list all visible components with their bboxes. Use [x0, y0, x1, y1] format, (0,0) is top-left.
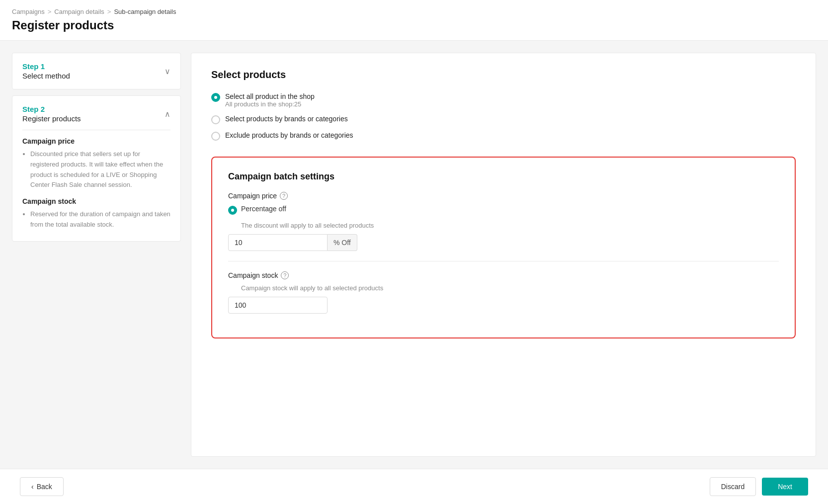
- radio-all-sub: All products in the shop:25: [225, 100, 315, 108]
- radio-all-circle: [211, 93, 220, 102]
- step1-number: Step 1: [22, 62, 70, 71]
- back-button[interactable]: ‹ Back: [20, 477, 64, 496]
- radio-exclude-circle: [211, 132, 220, 141]
- breadcrumb: Campaigns > Campaign details > Sub-campa…: [12, 8, 816, 15]
- breadcrumb-campaigns[interactable]: Campaigns: [12, 8, 45, 15]
- select-products-title: Select products: [211, 69, 796, 81]
- discard-button[interactable]: Discard: [710, 477, 756, 496]
- campaign-price-desc: Discounted price that sellers set up for…: [30, 149, 170, 190]
- radio-exclude-text: Exclude products by brands or categories: [225, 131, 353, 139]
- radio-percentage[interactable]: Percentage off: [228, 205, 779, 215]
- radio-all-products[interactable]: Select all product in the shop All produ…: [211, 92, 796, 108]
- page-title: Register products: [12, 18, 816, 32]
- next-button[interactable]: Next: [762, 478, 808, 496]
- batch-settings-box: Campaign batch settings Campaign price ?…: [211, 157, 796, 338]
- stock-input-row: [228, 297, 779, 314]
- radio-percentage-label: Percentage off: [241, 205, 286, 213]
- breadcrumb-sep-2: >: [107, 8, 111, 15]
- sidebar-step1[interactable]: Step 1 Select method ∨: [12, 53, 181, 89]
- stock-desc: Campaign stock will apply to all selecte…: [241, 284, 779, 292]
- product-radio-group: Select all product in the shop All produ…: [211, 92, 796, 141]
- step2-chevron: ∧: [165, 109, 170, 119]
- breadcrumb-sub-campaign: Sub-campaign details: [114, 8, 176, 15]
- batch-divider: [228, 261, 779, 261]
- campaign-price-title: Campaign price: [22, 137, 170, 145]
- main-inner: Select products Select all product in th…: [211, 69, 796, 440]
- back-label: Back: [37, 483, 52, 491]
- step2-name: Register products: [22, 114, 81, 123]
- breadcrumb-campaign-details[interactable]: Campaign details: [54, 8, 104, 15]
- back-chevron-icon: ‹: [31, 483, 34, 491]
- batch-title: Campaign batch settings: [228, 171, 779, 182]
- radio-exclude-label: Exclude products by brands or categories: [225, 131, 353, 139]
- radio-brands-label: Select products by brands or categories: [225, 115, 348, 123]
- stock-input[interactable]: [228, 297, 328, 314]
- step2-content: Campaign price Discounted price that sel…: [22, 130, 170, 230]
- top-header: Campaigns > Campaign details > Sub-campa…: [0, 0, 828, 41]
- step1-name: Select method: [22, 72, 70, 80]
- sidebar-step2[interactable]: Step 2 Register products ∧ Campaign pric…: [12, 95, 181, 242]
- batch-stock-label: Campaign stock ?: [228, 271, 779, 279]
- sidebar: Step 1 Select method ∨ Step 2 Register p…: [12, 53, 181, 457]
- radio-all-label: Select all product in the shop All produ…: [225, 92, 315, 108]
- radio-brands[interactable]: Select products by brands or categories: [211, 115, 796, 124]
- radio-percentage-circle: [228, 206, 237, 215]
- price-help-icon[interactable]: ?: [280, 192, 288, 200]
- main-content: Select products Select all product in th…: [191, 53, 816, 457]
- percentage-input-row: % Off: [228, 234, 779, 251]
- price-radio-group: Percentage off: [228, 205, 779, 215]
- batch-price-label: Campaign price ?: [228, 192, 779, 200]
- step1-header: Step 1 Select method ∨: [22, 62, 170, 80]
- radio-brands-circle: [211, 115, 220, 124]
- footer-bar: ‹ Back Discard Next: [0, 469, 828, 504]
- step2-header: Step 2 Register products ∧: [22, 105, 170, 123]
- footer-right: Discard Next: [710, 477, 808, 496]
- radio-exclude[interactable]: Exclude products by brands or categories: [211, 131, 796, 141]
- radio-brands-text: Select products by brands or categories: [225, 115, 348, 123]
- percentage-suffix: % Off: [328, 234, 357, 251]
- percentage-input[interactable]: [228, 234, 328, 251]
- radio-all-text: Select all product in the shop: [225, 92, 315, 100]
- discount-desc: The discount will apply to all selected …: [241, 222, 779, 229]
- step1-chevron: ∨: [165, 67, 170, 76]
- stock-help-icon[interactable]: ?: [281, 271, 289, 279]
- step2-number: Step 2: [22, 105, 81, 113]
- breadcrumb-sep-1: >: [48, 8, 52, 15]
- content-area: Step 1 Select method ∨ Step 2 Register p…: [0, 41, 828, 469]
- campaign-stock-title: Campaign stock: [22, 197, 170, 205]
- campaign-stock-list: Reserved for the duration of campaign an…: [22, 209, 170, 230]
- campaign-price-list: Discounted price that sellers set up for…: [22, 149, 170, 190]
- campaign-stock-desc: Reserved for the duration of campaign an…: [30, 209, 170, 230]
